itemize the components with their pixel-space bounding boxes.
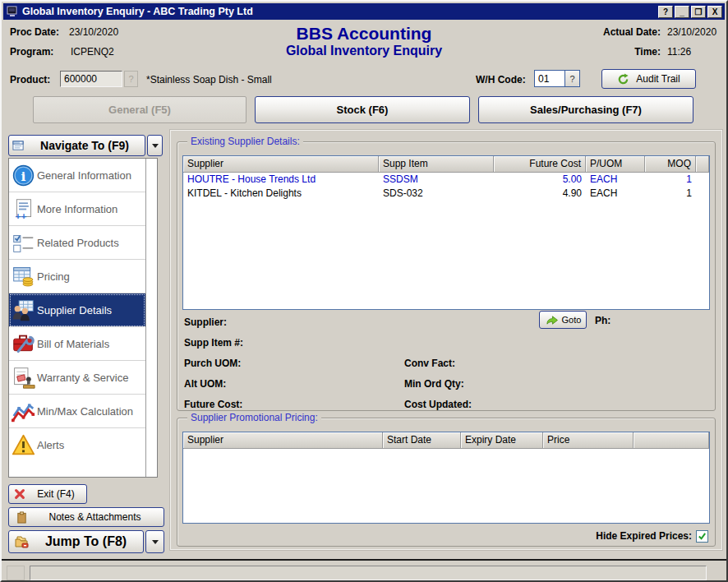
folders-icon — [14, 535, 29, 548]
ph-label: Ph: — [595, 315, 611, 326]
sidebar-item-warranty-service[interactable]: Warranty & Service — [9, 361, 145, 395]
product-input[interactable] — [60, 71, 122, 87]
wh-code-input[interactable] — [535, 71, 564, 86]
app-icon — [6, 5, 19, 18]
pricing-icon — [9, 265, 37, 289]
column-promo-filler — [634, 432, 709, 449]
more-info-icon: ++ — [9, 197, 37, 221]
product-label: Product: — [10, 74, 50, 85]
notes-attachments-button[interactable]: Notes & Attachments — [8, 507, 164, 527]
sidebar-item-alerts[interactable]: Alerts — [9, 428, 145, 462]
sidebar-item-bill-of-materials[interactable]: Bill of Materials — [9, 327, 145, 361]
promo-grid: Supplier Start Date Expiry Date Price — [182, 432, 710, 524]
bill-of-materials-icon — [9, 332, 37, 356]
supp-item-field-label: Supp Item #: — [184, 337, 243, 349]
time-value: 11:26 — [667, 46, 691, 58]
app-window: Global Inventory Enquiry - ABC Trading P… — [0, 0, 728, 582]
audit-trail-button[interactable]: Audit Trail — [601, 69, 696, 89]
column-supplier: Supplier — [183, 156, 379, 173]
notes-attachments-label: Notes & Attachments — [33, 511, 157, 523]
check-icon — [698, 532, 707, 541]
wh-code-label: W/H Code: — [476, 74, 526, 85]
conv-fact-field-label: Conv Fact: — [404, 358, 455, 369]
navigate-dropdown-button[interactable] — [147, 135, 163, 156]
chevron-down-icon — [152, 144, 159, 148]
sidebar-item-related-products[interactable]: Related Products — [9, 226, 145, 260]
sidebar-item-min-max-calculation[interactable]: Min/Max Calculation — [9, 395, 145, 428]
tab-general: General (F5) — [33, 96, 247, 123]
alerts-icon — [9, 433, 37, 457]
column-start-date: Start Date — [383, 432, 461, 449]
exit-label: Exit (F4) — [30, 488, 81, 500]
status-stub — [7, 566, 25, 580]
time-label: Time: — [593, 46, 661, 58]
wh-code-lookup-button[interactable]: ? — [564, 71, 579, 86]
sidebar-item-supplier-details[interactable]: Supplier Details — [9, 293, 145, 327]
column-p-uom: P/UOM — [586, 156, 645, 173]
column-moq: MOQ — [645, 156, 696, 173]
column-supp-item: Supp Item — [379, 156, 494, 173]
goto-button[interactable]: Goto — [539, 311, 587, 329]
promo-grid-header: Supplier Start Date Expiry Date Price — [183, 432, 709, 449]
close-button[interactable]: X — [707, 6, 722, 18]
form-icon — [12, 140, 25, 152]
hide-expired-checkbox[interactable] — [696, 530, 708, 543]
supplier-row-houtre[interactable]: HOUTRE - House Trends Ltd SSDSM 5.00 EAC… — [183, 173, 709, 187]
existing-supplier-details-title: Existing Supplier Details: — [187, 136, 303, 147]
existing-supplier-details-group: Existing Supplier Details: Supplier Supp… — [177, 141, 716, 411]
navigation-list: i General Information ++ More Informatio… — [8, 158, 158, 478]
clipboard-icon — [16, 511, 28, 524]
navigate-to-button[interactable]: Navigate To (F9) — [8, 135, 145, 156]
exit-icon — [14, 488, 25, 500]
column-expiry-date: Expiry Date — [461, 432, 543, 449]
promo-pricing-title: Supplier Promotional Pricing: — [187, 412, 321, 423]
related-products-icon — [9, 231, 37, 255]
actual-date-label: Actual Date: — [593, 26, 661, 38]
tab-sales-purchasing[interactable]: Sales/Purchasing (F7) — [478, 96, 693, 123]
wh-code-group: ? — [534, 70, 580, 87]
tab-stock[interactable]: Stock (F6) — [255, 96, 470, 123]
exit-button[interactable]: Exit (F4) — [8, 484, 87, 504]
status-bar — [30, 566, 707, 580]
navigation-items: i General Information ++ More Informatio… — [9, 159, 146, 477]
sidebar-item-pricing[interactable]: Pricing — [9, 260, 145, 293]
product-description: *Stainless Soap Dish - Small — [146, 74, 272, 85]
column-future-cost: Future Cost — [494, 156, 586, 173]
audit-trail-icon — [617, 73, 629, 85]
minimize-button[interactable]: _ — [675, 6, 689, 18]
supplier-grid-header: Supplier Supp Item Future Cost P/UOM MOQ — [183, 156, 709, 173]
column-promo-supplier: Supplier — [183, 432, 383, 449]
info-icon: i — [9, 164, 37, 187]
goto-label: Goto — [562, 315, 582, 325]
audit-trail-label: Audit Trail — [636, 73, 680, 85]
supplier-grid: Supplier Supp Item Future Cost P/UOM MOQ… — [182, 155, 710, 310]
min-ord-qty-field-label: Min Ord Qty: — [404, 378, 464, 390]
jump-to-label: Jump To (F8) — [34, 534, 138, 549]
supplier-row-kitdel[interactable]: KITDEL - Kitchen Delights SDS-032 4.90 E… — [183, 187, 709, 201]
actual-date-value: 23/10/2020 — [667, 26, 716, 38]
main-panel: Existing Supplier Details: Supplier Supp… — [170, 130, 722, 550]
warranty-service-icon — [9, 366, 37, 390]
goto-arrow-icon — [545, 315, 559, 326]
status-separator — [2, 559, 726, 561]
svg-text:i: i — [21, 169, 25, 183]
future-cost-field-label: Future Cost: — [184, 399, 242, 410]
purch-uom-field-label: Purch UOM: — [184, 358, 241, 369]
sidebar-item-general-information[interactable]: i General Information — [9, 159, 145, 192]
window-title: Global Inventory Enquiry - ABC Trading P… — [22, 6, 657, 17]
hide-expired-label: Hide Expired Prices: — [596, 530, 692, 542]
maximize-button[interactable]: ❐ — [691, 6, 706, 18]
help-button[interactable]: ? — [658, 6, 673, 18]
product-lookup-button: ? — [124, 71, 138, 87]
jump-to-button[interactable]: Jump To (F8) — [8, 530, 144, 553]
navigate-to-label: Navigate To (F9) — [28, 139, 141, 152]
column-filler — [696, 156, 709, 173]
cost-updated-field-label: Cost Updated: — [404, 399, 472, 410]
supplier-details-icon — [9, 298, 37, 322]
supplier-field-label: Supplier: — [184, 316, 227, 328]
column-price: Price — [543, 432, 634, 449]
sidebar-item-more-information[interactable]: ++ More Information — [9, 192, 145, 226]
jump-dropdown-button[interactable] — [145, 530, 164, 553]
svg-text:++: ++ — [15, 210, 26, 221]
min-max-icon — [9, 400, 37, 423]
